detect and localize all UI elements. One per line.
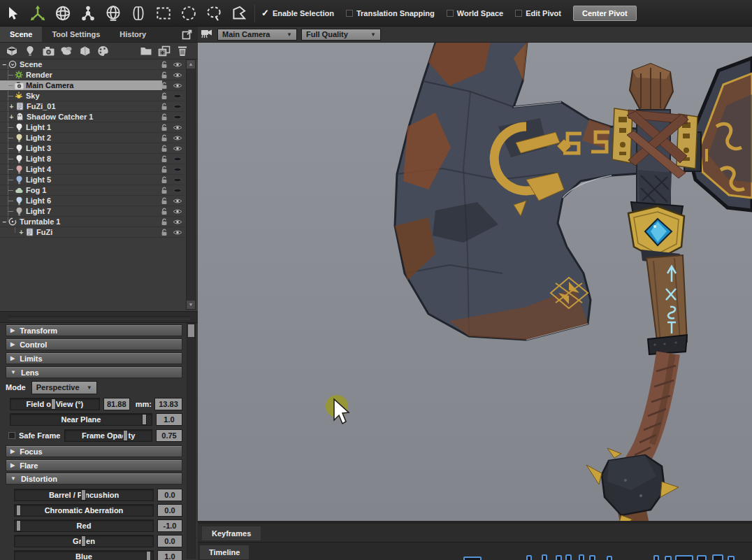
tool-sphere-gizmo[interactable] (101, 1, 126, 25)
slider-value[interactable]: -1.0 (157, 519, 182, 532)
viewport-canvas[interactable] (198, 43, 752, 521)
slider-handle[interactable] (16, 505, 21, 516)
delete-icon[interactable] (173, 43, 191, 59)
tree-row-light-1[interactable]: Light 1 (0, 122, 184, 133)
slider-handle[interactable] (123, 430, 128, 441)
unlock-icon[interactable] (157, 92, 171, 100)
properties-scrollbar[interactable] (187, 323, 196, 559)
pop-out-icon[interactable] (182, 29, 192, 40)
tool-translate-gizmo[interactable] (25, 1, 50, 25)
unlock-icon[interactable] (157, 113, 171, 121)
tree-row-sky[interactable]: Sky (0, 91, 184, 101)
field-of-view-slider[interactable]: Field of View (°) (10, 398, 100, 410)
camera-dropdown[interactable]: Main Camera ▼ (217, 29, 297, 41)
focal-length-value[interactable]: 13.83 (154, 398, 182, 410)
section-focus[interactable]: ▶Focus (6, 445, 182, 457)
add-light-icon[interactable] (21, 43, 39, 59)
tree-row-fuzi[interactable]: +FuZi (0, 227, 184, 238)
unlock-icon[interactable] (157, 61, 171, 69)
visibility-on-icon[interactable] (171, 72, 184, 78)
unlock-icon[interactable] (157, 208, 171, 215)
timeline-tab[interactable]: Timeline (200, 545, 249, 559)
expand-icon[interactable]: + (8, 103, 15, 110)
slider-value[interactable]: 1.0 (157, 550, 182, 560)
visibility-off-icon[interactable] (171, 156, 184, 162)
visibility-off-icon[interactable] (171, 177, 184, 183)
tree-row-light-5[interactable]: Light 5 (0, 175, 184, 185)
tree-row-light-7[interactable]: Light 7 (0, 206, 184, 217)
section-control[interactable]: ▶Control (6, 338, 182, 350)
section-transform[interactable]: ▶Transform (6, 324, 182, 336)
tool-lasso-select[interactable] (201, 1, 226, 25)
visibility-on-icon[interactable] (171, 135, 184, 141)
visibility-on-icon[interactable] (171, 62, 184, 68)
scroll-up-arrow[interactable]: ▲ (187, 60, 195, 69)
visibility-on-icon[interactable] (171, 145, 184, 152)
tab-history[interactable]: History (110, 27, 156, 42)
tree-row-render[interactable]: Render (0, 70, 184, 80)
visibility-off-icon[interactable] (171, 187, 184, 194)
tool-barrel-deform[interactable] (126, 1, 151, 25)
visibility-on-icon[interactable] (171, 82, 184, 89)
near-plane-value[interactable]: 1.0 (156, 413, 182, 426)
frame-opacity-value[interactable]: 0.75 (156, 429, 182, 442)
section-flare[interactable]: ▶Flare (6, 459, 182, 471)
visibility-on-icon[interactable] (171, 229, 184, 236)
expand-icon[interactable]: + (8, 114, 15, 120)
visibility-on-icon[interactable] (171, 124, 184, 131)
scroll-down-arrow[interactable]: ▼ (187, 301, 195, 309)
slider[interactable]: Red (14, 519, 154, 532)
unlock-icon[interactable] (157, 166, 171, 173)
toggle-world-space[interactable]: World Space (447, 9, 503, 17)
safe-frame-checkbox[interactable] (8, 432, 15, 439)
field-of-view-value[interactable]: 81.88 (103, 398, 130, 410)
section-distortion[interactable]: ▼Distortion (6, 473, 182, 484)
near-plane-slider[interactable]: Near Plane (10, 413, 152, 426)
scrollbar-thumb[interactable] (188, 324, 194, 337)
section-limits[interactable]: ▶Limits (6, 352, 182, 364)
tree-row-scene[interactable]: −Scene (0, 59, 184, 70)
keyframes-tab[interactable]: Keyframes (202, 526, 261, 540)
slider-value[interactable]: 0.0 (157, 504, 182, 517)
tab-scene[interactable]: Scene (0, 27, 42, 42)
slider-handle[interactable] (51, 399, 56, 410)
tool-rotate-gizmo[interactable] (50, 1, 75, 25)
tree-row-fuzi-01[interactable]: +FuZi_01 (0, 101, 184, 112)
tree-scrollbar[interactable]: ▲ ▼ (186, 59, 196, 310)
tree-row-light-4[interactable]: Light 4 (0, 164, 184, 175)
tree-row-light-8[interactable]: Light 8 (0, 154, 184, 164)
visibility-on-icon[interactable] (171, 198, 184, 204)
tree-row-turntable-1[interactable]: −Turntable 1 (0, 217, 184, 227)
tab-tool-settings[interactable]: Tool Settings (42, 27, 110, 42)
visibility-off-icon[interactable] (171, 114, 184, 120)
slider-handle[interactable] (16, 520, 21, 531)
visibility-on-icon[interactable] (171, 208, 184, 215)
tool-circle-select[interactable] (176, 1, 201, 25)
toggle-edit-pivot[interactable]: Edit Pivot (515, 9, 561, 17)
tool-marquee-select[interactable] (151, 1, 176, 25)
visibility-off-icon[interactable] (171, 103, 184, 110)
tree-row-shadow-catcher-1[interactable]: +Shadow Catcher 1 (0, 112, 184, 122)
unlock-icon[interactable] (157, 155, 171, 163)
unlock-icon[interactable] (157, 71, 171, 79)
unlock-icon[interactable] (157, 134, 171, 142)
tool-pivot-joint[interactable] (75, 1, 101, 25)
slider-value[interactable]: 0.0 (157, 535, 182, 547)
add-shadow-catcher-icon[interactable] (57, 43, 75, 59)
unlock-icon[interactable] (157, 82, 171, 89)
tree-row-light-3[interactable]: Light 3 (0, 143, 184, 154)
add-mesh-icon[interactable] (3, 43, 21, 59)
add-material-icon[interactable] (94, 43, 112, 59)
section-lens[interactable]: ▼Lens (6, 366, 182, 378)
unlock-icon[interactable] (157, 197, 171, 205)
collapse-icon[interactable]: − (1, 62, 8, 68)
slider[interactable]: Green (14, 535, 154, 547)
tool-polygon-select[interactable] (226, 1, 252, 25)
tool-select-arrow[interactable] (0, 1, 25, 25)
unlock-icon[interactable] (157, 145, 171, 152)
unlock-icon[interactable] (157, 218, 171, 226)
duplicate-icon[interactable] (155, 43, 173, 59)
toggle-translation-snapping[interactable]: Translation Snapping (346, 9, 435, 17)
tree-row-light-2[interactable]: Light 2 (0, 133, 184, 143)
toggle-enable-selection[interactable]: ✓Enable Selection (261, 8, 334, 18)
